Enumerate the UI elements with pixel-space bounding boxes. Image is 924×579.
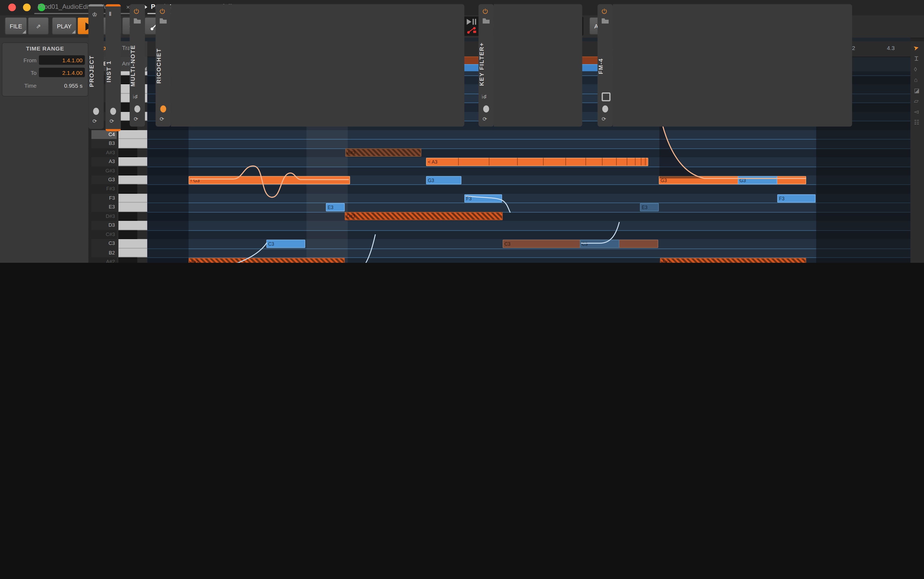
from-label: From xyxy=(2,57,37,64)
scale-line xyxy=(148,166,911,167)
piano-key[interactable]: B3 xyxy=(91,139,147,148)
note-label: E3 xyxy=(642,205,648,210)
fm4-device-strip[interactable]: ⏻ FM-4 ⟳ xyxy=(597,4,613,126)
key-label: C#3 xyxy=(91,230,117,239)
piano-key[interactable]: B2 xyxy=(91,248,147,257)
piano-key[interactable]: D3 xyxy=(91,221,147,230)
piano-key[interactable]: G#3 xyxy=(91,166,147,175)
key-label: D3 xyxy=(91,221,117,230)
project-device-strip[interactable]: ♔ PROJECT ⟳ xyxy=(88,4,103,129)
piano-key[interactable]: E3 xyxy=(91,203,147,212)
knife-tool-icon[interactable]: ◪ xyxy=(914,87,920,93)
key-cap[interactable] xyxy=(118,139,148,148)
midi-note[interactable]: A#2 xyxy=(660,258,806,263)
power-icon[interactable]: ⏻ xyxy=(160,8,165,15)
piano-key[interactable]: C4 xyxy=(91,130,147,139)
piano-key[interactable]: A#2 xyxy=(91,257,147,263)
play-menu-button[interactable]: PLAY xyxy=(52,17,77,35)
key-cap[interactable] xyxy=(118,130,148,139)
midi-note[interactable]: F3 xyxy=(777,194,816,202)
steps-tool-icon[interactable]: ☷ xyxy=(914,119,919,125)
remote-dot-icon[interactable] xyxy=(110,108,116,114)
ricochet-device-strip[interactable]: ⏻ RICOCHET ⟳ xyxy=(156,4,171,126)
piano-key[interactable]: C#3 xyxy=(91,230,147,239)
route-icon[interactable]: ⟳ xyxy=(93,118,97,124)
remote-dot-icon[interactable] xyxy=(602,105,608,112)
remote-dot-icon[interactable] xyxy=(483,105,489,112)
key-cap[interactable] xyxy=(118,157,148,166)
ibeam-tool-icon[interactable]: Ꮖ xyxy=(915,55,918,62)
file-button[interactable]: FILE xyxy=(5,17,27,35)
power-icon[interactable]: ⏻ xyxy=(483,8,488,15)
piano-key[interactable]: D#3 xyxy=(91,212,147,221)
piano-key[interactable]: A#3 xyxy=(91,148,147,157)
midi-note[interactable]: G3 xyxy=(659,176,806,184)
midi-note[interactable]: C3 xyxy=(580,239,620,248)
folder-icon[interactable] xyxy=(134,18,141,23)
keyfilter-device-strip[interactable]: ⏻ KEY FILTER+ ♭♯ ⟳ xyxy=(479,4,494,126)
remote-dot-icon[interactable] xyxy=(134,105,140,112)
minimize-window-button[interactable] xyxy=(23,3,31,11)
key-cap[interactable] xyxy=(118,257,137,263)
key-cap[interactable] xyxy=(118,166,137,175)
poly-tool-icon[interactable]: ▱ xyxy=(914,98,919,104)
key-cap[interactable] xyxy=(118,239,148,248)
key-cap[interactable] xyxy=(118,221,148,230)
accidentals-icon: ♭♯ xyxy=(481,93,487,100)
piano-key[interactable]: F#3 xyxy=(91,185,147,193)
midi-note[interactable]: < A3 xyxy=(426,158,648,166)
route-icon[interactable]: ⟳ xyxy=(160,116,164,122)
midi-note[interactable]: A#3 xyxy=(345,149,421,157)
midi-note[interactable]: C3 xyxy=(266,239,305,248)
remote-dot-icon-active[interactable] xyxy=(160,105,166,112)
route-icon[interactable]: ⟳ xyxy=(110,118,114,124)
key-cap[interactable] xyxy=(118,175,148,185)
key-cap[interactable] xyxy=(118,212,137,221)
midi-note[interactable]: D#3 xyxy=(345,212,503,221)
route-icon[interactable]: ⟳ xyxy=(602,116,606,122)
to-field[interactable]: 2.1.4.00 xyxy=(39,68,85,77)
key-cap[interactable] xyxy=(118,185,137,193)
multinote-device-strip[interactable]: ⏻ MULTI-NOTE ♭♯ ⟳ xyxy=(130,4,145,126)
key-cap[interactable] xyxy=(118,230,137,239)
edit-pencil-button[interactable]: ⇗ xyxy=(28,17,49,35)
key-label: C3 xyxy=(91,239,117,248)
inst1-track-strip[interactable]: ⫴ INST 1 ⟳ xyxy=(105,4,121,131)
power-icon[interactable]: ⏻ xyxy=(602,8,607,15)
eraser-tool-icon[interactable]: ◊ xyxy=(914,66,917,72)
expand-device-icon[interactable] xyxy=(602,93,611,101)
piano-key[interactable]: A3 xyxy=(91,157,147,166)
folder-icon[interactable] xyxy=(483,18,489,23)
bag-tool-icon[interactable]: ⌂ xyxy=(914,77,917,83)
midi-note[interactable]: E3 xyxy=(640,203,659,211)
scale-line xyxy=(148,248,911,249)
time-range-title: TIME RANGE xyxy=(2,46,88,52)
midi-note[interactable]: G3 xyxy=(738,176,777,184)
route-icon[interactable]: ⟳ xyxy=(134,116,138,122)
key-label: E3 xyxy=(91,203,117,212)
pointer-tool-icon[interactable]: ➤ xyxy=(913,44,920,52)
midi-note[interactable]: G3 xyxy=(426,176,461,184)
from-field[interactable]: 1.4.1.00 xyxy=(39,55,85,65)
midi-note[interactable]: A#2 xyxy=(189,258,345,263)
folder-icon[interactable] xyxy=(602,18,609,23)
horn-tool-icon[interactable]: ◅ xyxy=(914,108,919,114)
crown-icon: ♔ xyxy=(92,11,97,18)
key-cap[interactable] xyxy=(118,193,148,203)
piano-key[interactable]: G3 xyxy=(91,175,147,185)
midi-note[interactable]: F3 xyxy=(464,194,502,202)
piano-key[interactable]: C3 xyxy=(91,239,147,248)
piano-key[interactable]: F3 xyxy=(91,193,147,203)
remote-dot-icon[interactable] xyxy=(93,108,99,114)
power-icon[interactable]: ⏻ xyxy=(134,8,139,15)
key-cap[interactable] xyxy=(118,148,137,157)
route-icon[interactable]: ⟳ xyxy=(483,116,487,122)
midi-note[interactable]: ♮ G3 xyxy=(189,176,350,184)
row-stripe xyxy=(148,166,911,175)
key-cap[interactable] xyxy=(118,203,148,212)
midi-note[interactable]: E3 xyxy=(326,203,345,211)
key-cap[interactable] xyxy=(118,248,148,257)
close-window-button[interactable] xyxy=(8,3,16,11)
tab-prod01-close-icon[interactable]: × xyxy=(126,3,130,10)
folder-icon[interactable] xyxy=(160,18,167,23)
